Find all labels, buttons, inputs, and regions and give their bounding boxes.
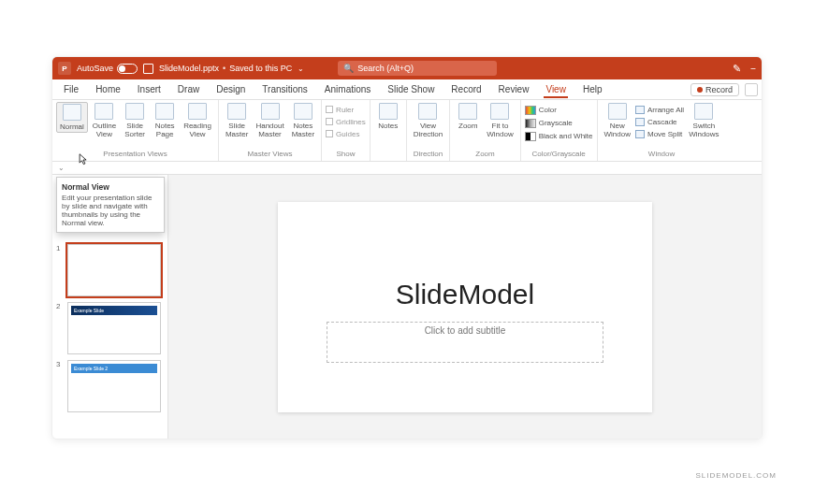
normal-view-button[interactable]: Normal xyxy=(56,102,88,133)
record-dot-icon xyxy=(697,87,703,93)
filename-label[interactable]: SlideModel.pptx • Saved to this PC xyxy=(159,64,304,73)
tab-view[interactable]: View xyxy=(538,81,574,97)
handout-master-button[interactable]: Handout Master xyxy=(253,102,286,139)
minimize-button[interactable]: − xyxy=(750,64,756,74)
slide-title-text[interactable]: SlideModel xyxy=(278,279,652,310)
share-button[interactable] xyxy=(745,83,758,96)
tooltip-body: Edit your presentation slide by slide an… xyxy=(62,194,159,227)
slide-master-button[interactable]: Slide Master xyxy=(223,102,251,139)
tab-home[interactable]: Home xyxy=(88,81,128,97)
group-direction: View Direction Direction xyxy=(407,100,451,161)
ribbon: Normal Outline View Slide Sorter Notes P… xyxy=(52,100,762,162)
slide-thumbnail-3[interactable]: Example Slide 2 xyxy=(67,360,161,412)
reading-view-button[interactable]: Reading View xyxy=(181,102,214,139)
new-window-button[interactable]: New Window xyxy=(602,102,633,139)
fit-to-window-button[interactable]: Fit to Window xyxy=(484,102,516,139)
group-presentation-views: Normal Outline View Slide Sorter Notes P… xyxy=(52,100,219,161)
notes-master-button[interactable]: Notes Master xyxy=(289,102,317,139)
record-button[interactable]: Record xyxy=(690,83,739,96)
cursor-icon xyxy=(79,153,88,166)
autosave-toggle[interactable]: AutoSave xyxy=(77,64,138,74)
tab-insert[interactable]: Insert xyxy=(130,81,168,97)
toggle-switch[interactable] xyxy=(117,64,138,74)
outline-view-button[interactable]: Outline View xyxy=(90,102,119,139)
thumb-number-1: 1 xyxy=(56,244,64,296)
thumb-number-2: 2 xyxy=(56,302,64,354)
search-icon: 🔍 xyxy=(343,64,354,73)
group-window: New Window Arrange All Cascade Move Spli… xyxy=(598,100,726,161)
group-zoom: Zoom Fit to Window Zoom xyxy=(450,100,520,161)
powerpoint-window: P AutoSave SlideModel.pptx • Saved to th… xyxy=(51,56,763,439)
normal-view-tooltip: Normal View Edit your presentation slide… xyxy=(56,177,165,233)
tooltip-title: Normal View xyxy=(62,182,159,192)
switch-windows-button[interactable]: Switch Windows xyxy=(686,102,721,139)
title-bar: P AutoSave SlideModel.pptx • Saved to th… xyxy=(52,57,762,79)
black-white-button[interactable]: Black and White xyxy=(525,130,593,142)
grayscale-button[interactable]: Grayscale xyxy=(525,117,593,129)
notes-page-button[interactable]: Notes Page xyxy=(151,102,179,139)
tab-draw[interactable]: Draw xyxy=(170,81,207,97)
powerpoint-icon: P xyxy=(58,62,71,75)
watermark: SLIDEMODEL.COM xyxy=(696,471,777,480)
quick-access-row: ⌄ xyxy=(52,162,762,175)
thumb-number-3: 3 xyxy=(56,360,64,412)
notes-button[interactable]: Notes xyxy=(374,102,402,131)
view-direction-button[interactable]: View Direction xyxy=(411,102,446,139)
tab-file[interactable]: File xyxy=(56,81,86,97)
ribbon-tabs: File Home Insert Draw Design Transitions… xyxy=(52,79,762,100)
group-notes: Notes xyxy=(371,100,407,161)
tab-transitions[interactable]: Transitions xyxy=(254,81,315,97)
group-show: Ruler Gridlines Guides Show xyxy=(322,100,371,161)
color-button[interactable]: Color xyxy=(525,104,593,116)
save-icon[interactable] xyxy=(143,64,153,74)
move-split-button[interactable]: Move Split xyxy=(635,128,684,139)
slide-canvas[interactable]: SlideModel Click to add subtitle xyxy=(168,175,762,439)
tab-slideshow[interactable]: Slide Show xyxy=(380,81,442,97)
workspace: Normal View Edit your presentation slide… xyxy=(52,175,762,439)
search-input[interactable]: 🔍 Search (Alt+Q) xyxy=(338,61,497,76)
tab-record[interactable]: Record xyxy=(443,81,488,97)
cascade-button[interactable]: Cascade xyxy=(635,116,684,127)
group-color-grayscale: Color Grayscale Black and White Color/Gr… xyxy=(521,100,598,161)
tab-design[interactable]: Design xyxy=(209,81,253,97)
arrange-all-button[interactable]: Arrange All xyxy=(635,104,684,115)
zoom-button[interactable]: Zoom xyxy=(454,102,482,131)
ribbon-display-icon[interactable]: ✎ xyxy=(733,63,741,75)
tab-animations[interactable]: Animations xyxy=(317,81,378,97)
slide-sorter-button[interactable]: Slide Sorter xyxy=(121,102,149,139)
ruler-checkbox[interactable]: Ruler xyxy=(326,104,366,115)
qat-dropdown-icon[interactable]: ⌄ xyxy=(58,164,65,172)
tab-review[interactable]: Review xyxy=(491,81,537,97)
guides-checkbox[interactable]: Guides xyxy=(326,128,366,139)
slide-thumbnail-2[interactable]: Example Slide xyxy=(67,302,161,354)
tab-help[interactable]: Help xyxy=(575,81,610,97)
thumbnail-pane[interactable]: Normal View Edit your presentation slide… xyxy=(52,175,168,439)
autosave-label: AutoSave xyxy=(77,64,113,73)
slide-thumbnail-1[interactable] xyxy=(67,244,161,296)
gridlines-checkbox[interactable]: Gridlines xyxy=(326,116,366,127)
subtitle-placeholder[interactable]: Click to add subtitle xyxy=(327,322,603,363)
group-master-views: Slide Master Handout Master Notes Master… xyxy=(219,100,322,161)
slide[interactable]: SlideModel Click to add subtitle xyxy=(278,202,652,412)
